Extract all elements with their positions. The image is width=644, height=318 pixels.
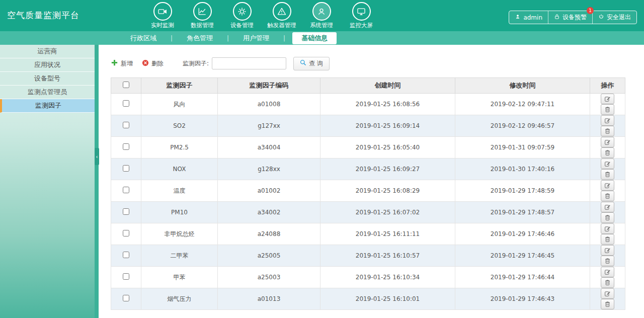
row-checkbox-cell bbox=[111, 288, 141, 310]
edit-row-button[interactable] bbox=[601, 115, 614, 126]
subnav-item-user[interactable]: 用户管理 bbox=[236, 33, 276, 44]
row-checkbox[interactable] bbox=[123, 230, 129, 236]
nav-item-bigscreen[interactable]: 监控大屏 bbox=[343, 2, 380, 29]
cell-modified: 2019-01-29 17:48:57 bbox=[455, 202, 590, 223]
cell-code: a24088 bbox=[218, 223, 320, 245]
cell-ops bbox=[590, 288, 625, 310]
power-icon bbox=[598, 14, 604, 21]
table-row: 甲苯 a25003 2019-01-25 16:10:34 2019-01-29… bbox=[111, 267, 625, 288]
edit-row-button[interactable] bbox=[601, 288, 614, 299]
add-button[interactable]: 新增 bbox=[111, 59, 133, 68]
delete-row-button[interactable] bbox=[601, 104, 614, 115]
delete-row-button[interactable] bbox=[601, 169, 614, 180]
row-checkbox[interactable] bbox=[123, 187, 129, 193]
edit-row-button[interactable] bbox=[601, 180, 614, 191]
edit-row-button[interactable] bbox=[601, 94, 614, 104]
nav-label: 设备管理 bbox=[230, 22, 254, 29]
subnav-item-role[interactable]: 角色管理 bbox=[180, 33, 220, 44]
delete-row-button[interactable] bbox=[601, 191, 614, 201]
nav-label: 数据管理 bbox=[191, 22, 214, 29]
cell-modified: 2019-01-29 17:46:43 bbox=[455, 288, 590, 310]
nav-item-data[interactable]: 数据管理 bbox=[184, 2, 221, 29]
cell-created: 2019-01-25 16:07:02 bbox=[320, 202, 455, 223]
delete-row-button[interactable] bbox=[601, 212, 614, 223]
cell-ops bbox=[590, 158, 625, 180]
edit-row-button[interactable] bbox=[601, 267, 614, 277]
delete-row-button[interactable] bbox=[601, 147, 614, 158]
gear-icon bbox=[233, 2, 252, 21]
nav-item-system[interactable]: 系统管理 bbox=[303, 2, 340, 29]
table-row: PM2.5 a34004 2019-01-25 16:05:40 2019-01… bbox=[111, 137, 625, 158]
row-checkbox[interactable] bbox=[123, 143, 129, 150]
delete-row-button[interactable] bbox=[601, 256, 614, 266]
factor-search-input[interactable] bbox=[212, 57, 286, 69]
device-alert-button[interactable]: 设备预警 1 bbox=[548, 11, 593, 24]
row-checkbox[interactable] bbox=[123, 165, 129, 172]
admin-label: admin bbox=[523, 14, 542, 21]
subnav-item-basic-info[interactable]: 基础信息 bbox=[292, 32, 337, 44]
search-button[interactable]: 查 询 bbox=[293, 57, 330, 70]
cell-factor: PM10 bbox=[141, 202, 218, 223]
edit-row-button[interactable] bbox=[601, 158, 614, 169]
cell-code: a01008 bbox=[218, 94, 320, 115]
sidebar-item-device-model[interactable]: 设备型号 bbox=[0, 72, 95, 86]
sidebar-item-site-admin[interactable]: 监测点管理员 bbox=[0, 86, 95, 99]
header-factor: 监测因子 bbox=[141, 78, 218, 94]
cell-created: 2019-01-25 16:09:14 bbox=[320, 115, 455, 137]
cell-created: 2019-01-25 16:09:27 bbox=[320, 158, 455, 180]
edit-row-button[interactable] bbox=[601, 137, 614, 147]
row-checkbox[interactable] bbox=[123, 273, 129, 280]
sidebar-item-monitor-factor[interactable]: 监测因子 bbox=[0, 99, 95, 113]
select-all-header bbox=[111, 78, 141, 94]
cell-factor: 二甲苯 bbox=[141, 245, 218, 267]
delete-row-button[interactable] bbox=[601, 126, 614, 136]
row-checkbox[interactable] bbox=[123, 252, 129, 258]
nav-label: 监控大屏 bbox=[350, 22, 373, 29]
row-checkbox[interactable] bbox=[123, 208, 129, 215]
plus-icon bbox=[111, 59, 118, 68]
table-toolbar: 新增 删除 监测因子: 查 询 bbox=[111, 57, 644, 70]
cell-code: a01013 bbox=[218, 288, 320, 310]
cell-factor: NOX bbox=[141, 158, 218, 180]
nav-item-device[interactable]: 设备管理 bbox=[223, 2, 261, 29]
filter-label: 监测因子: bbox=[183, 59, 209, 68]
cell-created: 2019-01-25 16:10:01 bbox=[320, 288, 455, 310]
sub-nav: 行政区域 | 角色管理 | 用户管理 | 基础信息 bbox=[0, 31, 644, 45]
table-body: 风向 a01008 2019-01-25 16:08:56 2019-02-12… bbox=[111, 94, 625, 310]
subnav-separator: | bbox=[227, 35, 229, 42]
delete-row-button[interactable] bbox=[601, 234, 614, 245]
row-checkbox-cell bbox=[111, 115, 141, 137]
cell-modified: 2019-01-30 17:40:16 bbox=[455, 158, 590, 180]
main-nav: 实时监测 数据管理 设备管理 触发器管理 系统管理 bbox=[144, 0, 380, 29]
row-checkbox[interactable] bbox=[123, 295, 129, 301]
admin-button[interactable]: admin bbox=[509, 11, 548, 24]
subnav-item-region[interactable]: 行政区域 bbox=[123, 33, 164, 44]
edit-row-button[interactable] bbox=[601, 202, 614, 212]
row-checkbox-cell bbox=[111, 267, 141, 288]
logout-button[interactable]: 安全退出 bbox=[593, 11, 636, 24]
cell-ops bbox=[590, 180, 625, 202]
table-row: 非甲烷总烃 a24088 2019-01-25 16:11:11 2019-01… bbox=[111, 223, 625, 245]
sidebar-collapse-button[interactable]: ‹ bbox=[95, 148, 99, 165]
edit-row-button[interactable] bbox=[601, 223, 614, 234]
table-row: SO2 g127xx 2019-01-25 16:09:14 2019-02-1… bbox=[111, 115, 625, 137]
delete-circle-icon bbox=[142, 59, 149, 68]
row-checkbox-cell bbox=[111, 158, 141, 180]
sidebar-item-app-status[interactable]: 应用状况 bbox=[0, 58, 95, 72]
select-all-checkbox[interactable] bbox=[123, 82, 129, 88]
header-code: 监测因子编码 bbox=[218, 78, 320, 94]
cell-code: a34004 bbox=[218, 137, 320, 158]
delete-row-button[interactable] bbox=[601, 299, 614, 309]
nav-label: 系统管理 bbox=[310, 22, 333, 29]
cell-code: a01002 bbox=[218, 180, 320, 202]
delete-row-button[interactable] bbox=[601, 277, 614, 288]
sidebar-item-operator[interactable]: 运营商 bbox=[0, 45, 95, 58]
nav-item-trigger[interactable]: 触发器管理 bbox=[263, 2, 300, 29]
content-panel: 新增 删除 监测因子: 查 询 bbox=[99, 45, 644, 318]
edit-row-button[interactable] bbox=[601, 245, 614, 256]
delete-button[interactable]: 删除 bbox=[142, 59, 164, 68]
row-checkbox[interactable] bbox=[123, 122, 129, 128]
nav-item-realtime[interactable]: 实时监测 bbox=[144, 2, 181, 29]
row-checkbox[interactable] bbox=[123, 100, 129, 107]
cell-created: 2019-01-25 16:10:57 bbox=[320, 245, 455, 267]
